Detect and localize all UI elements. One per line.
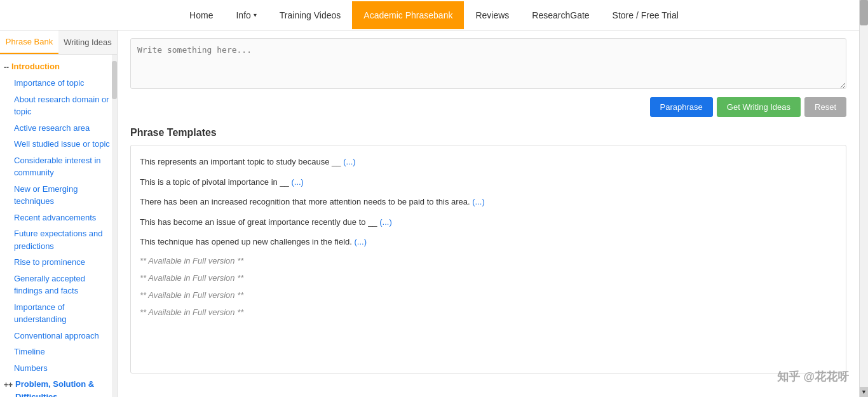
scroll-down-arrow[interactable]: ▼	[860, 387, 868, 397]
page-scrollbar[interactable]: ▲ ▼	[859, 0, 868, 397]
nav-info[interactable]: Info ▾	[224, 1, 268, 29]
phrase-link-1[interactable]: (...)	[343, 157, 356, 166]
phrase-link-4[interactable]: (...)	[379, 217, 392, 227]
scrollbar-thumb	[860, 0, 868, 25]
nav-training[interactable]: Training Videos	[268, 1, 353, 29]
paraphrase-button[interactable]: Paraphrase	[650, 97, 713, 117]
available-phrase-1: ** Available in Full version **	[140, 252, 837, 269]
phrase-item-2: This is a topic of pivotal importance in…	[140, 172, 837, 192]
phrase-item-4: This has become an issue of great import…	[140, 212, 837, 232]
sidebar-sub-importance-understanding[interactable]: Importance of understanding	[0, 299, 117, 328]
nav-home[interactable]: Home	[178, 1, 224, 29]
sidebar-sub-considerable-interest[interactable]: Considerable interest in community	[0, 152, 117, 181]
nav-researchgate[interactable]: ResearchGate	[520, 1, 600, 29]
sidebar-sub-recent-advancements[interactable]: Recent advancements	[0, 210, 117, 226]
main-content: Paraphrase Get Writing Ideas Reset Phras…	[118, 30, 859, 397]
sidebar-scrollbar-thumb	[112, 61, 117, 99]
sidebar-sub-importance-topic[interactable]: Importance of topic	[0, 75, 117, 91]
sidebar: Phrase Bank Writing Ideas - Introduction…	[0, 30, 118, 397]
sidebar-scrollbar[interactable]	[112, 55, 117, 397]
expand-icon: -	[4, 62, 9, 73]
sidebar-sub-numbers[interactable]: Numbers	[0, 360, 117, 377]
phrase-link-3[interactable]: (...)	[472, 197, 485, 206]
available-phrase-4: ** Available in Full version **	[140, 304, 837, 321]
phrase-templates-title: Phrase Templates	[130, 127, 846, 138]
phrase-item-1: This represents an important topic to st…	[140, 152, 837, 172]
available-phrase-3: ** Available in Full version **	[140, 286, 837, 304]
sidebar-sub-future-expectations[interactable]: Future expectations and predictions	[0, 225, 117, 254]
phrase-link-2[interactable]: (...)	[291, 177, 304, 187]
action-buttons: Paraphrase Get Writing Ideas Reset	[130, 97, 846, 117]
sidebar-sub-active-research[interactable]: Active research area	[0, 120, 117, 137]
sidebar-content: - Introduction Importance of topic About…	[0, 55, 117, 397]
phrase-text-3: There has been an increased recognition …	[140, 197, 472, 206]
phrase-link-5[interactable]: (...)	[355, 237, 367, 246]
available-phrase-2: ** Available in Full version **	[140, 269, 837, 286]
sidebar-sub-rise-prominence[interactable]: Rise to prominence	[0, 254, 117, 271]
phrase-box: This represents an important topic to st…	[130, 145, 846, 373]
sidebar-sub-generally-accepted[interactable]: Generally accepted findings and facts	[0, 271, 117, 299]
sidebar-sub-about-domain[interactable]: About research domain or topic	[0, 91, 117, 120]
sidebar-sub-new-emerging[interactable]: New or Emerging techniques	[0, 181, 117, 210]
sidebar-sub-conventional[interactable]: Conventional approach	[0, 328, 117, 344]
sidebar-item-problem[interactable]: + Problem, Solution & Difficulties	[0, 376, 117, 397]
tab-phrase-bank[interactable]: Phrase Bank	[0, 30, 58, 54]
sidebar-item-introduction[interactable]: - Introduction	[0, 58, 117, 75]
sidebar-sub-timeline[interactable]: Timeline	[0, 344, 117, 360]
nav-reviews[interactable]: Reviews	[464, 1, 520, 29]
phrase-text-4: This has become an issue of great import…	[140, 217, 379, 227]
sidebar-sub-well-studied[interactable]: Well studied issue or topic	[0, 136, 117, 152]
sidebar-tabs: Phrase Bank Writing Ideas	[0, 30, 117, 55]
phrase-text-5: This technique has opened up new challen…	[140, 237, 355, 246]
write-textarea[interactable]	[130, 38, 846, 89]
nav-phrasebank[interactable]: Academic Phrasebank	[352, 1, 464, 29]
chevron-down-icon: ▾	[254, 11, 257, 18]
tab-writing-ideas[interactable]: Writing Ideas	[58, 30, 117, 54]
main-layout: Phrase Bank Writing Ideas - Introduction…	[0, 30, 859, 397]
phrase-text-1: This represents an important topic to st…	[140, 157, 343, 166]
top-nav: Home Info ▾ Training Videos Academic Phr…	[0, 0, 868, 30]
expand-icon: +	[4, 379, 13, 391]
reset-button[interactable]: Reset	[804, 97, 846, 117]
phrase-item-5: This technique has opened up new challen…	[140, 232, 837, 252]
get-writing-ideas-button[interactable]: Get Writing Ideas	[717, 97, 801, 117]
nav-store[interactable]: Store / Free Trial	[601, 1, 690, 29]
phrase-text-2: This is a topic of pivotal importance in…	[140, 177, 291, 187]
phrase-item-3: There has been an increased recognition …	[140, 192, 837, 212]
